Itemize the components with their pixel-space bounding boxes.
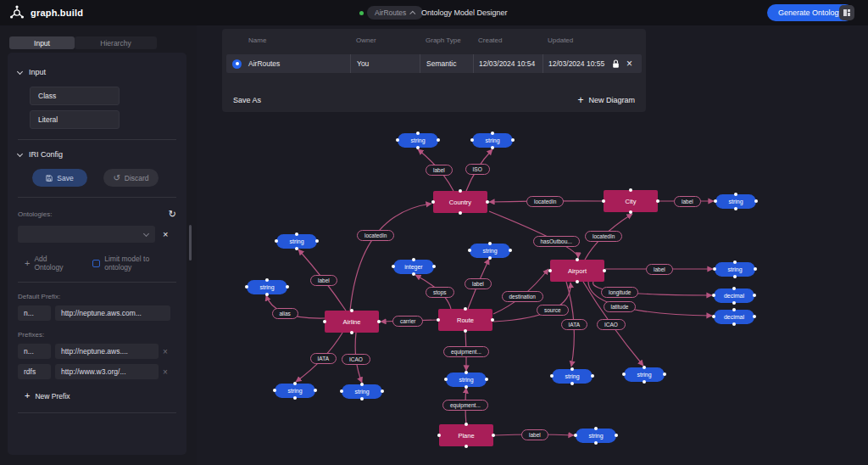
literal-node-string[interactable]: string bbox=[275, 384, 315, 398]
connection-handle[interactable] bbox=[273, 389, 276, 392]
connection-handle[interactable] bbox=[643, 380, 646, 384]
connection-handle[interactable] bbox=[350, 331, 353, 334]
connection-handle[interactable] bbox=[360, 397, 364, 401]
connection-handle[interactable] bbox=[265, 278, 269, 282]
connection-handle[interactable] bbox=[437, 318, 440, 322]
literal-node-string[interactable]: string bbox=[446, 373, 487, 387]
connection-handle[interactable] bbox=[381, 389, 384, 393]
connection-handle[interactable] bbox=[323, 320, 326, 323]
prefix-uri-input[interactable]: http://www.w3.org/... bbox=[55, 364, 159, 379]
connection-handle[interactable] bbox=[464, 307, 467, 311]
edge-label[interactable]: label bbox=[310, 275, 337, 286]
discard-button[interactable]: ↺ Discard bbox=[103, 169, 159, 187]
literal-node-string[interactable]: string bbox=[576, 429, 616, 443]
connection-handle[interactable] bbox=[511, 138, 515, 142]
literal-node-integer[interactable]: integer bbox=[393, 260, 434, 274]
connection-handle[interactable] bbox=[286, 285, 289, 289]
remove-prefix-icon[interactable]: × bbox=[163, 347, 168, 356]
edge-label[interactable]: source bbox=[537, 305, 569, 316]
edge-label[interactable]: label bbox=[426, 165, 453, 176]
edge-label[interactable]: ICAO bbox=[597, 319, 626, 330]
connection-handle[interactable] bbox=[245, 285, 248, 289]
connection-handle[interactable] bbox=[293, 382, 297, 385]
class-node-route[interactable]: Route bbox=[438, 309, 492, 331]
connection-handle[interactable] bbox=[392, 265, 395, 268]
literal-node-string[interactable]: string bbox=[552, 369, 593, 384]
connection-handle[interactable] bbox=[459, 211, 462, 215]
connection-handle[interactable] bbox=[488, 256, 492, 260]
literal-node-string[interactable]: string bbox=[247, 280, 287, 294]
connection-handle[interactable] bbox=[295, 232, 298, 236]
connection-handle[interactable] bbox=[594, 427, 598, 430]
connection-handle[interactable] bbox=[576, 280, 579, 283]
close-diagram-icon[interactable]: × bbox=[626, 59, 632, 69]
connection-handle[interactable] bbox=[416, 132, 420, 135]
connection-handle[interactable] bbox=[570, 382, 574, 385]
prefix-input[interactable]: n... bbox=[18, 344, 51, 359]
connection-handle[interactable] bbox=[491, 318, 494, 322]
class-node-plane[interactable]: Plane bbox=[439, 424, 493, 446]
connection-handle[interactable] bbox=[432, 265, 436, 268]
connection-handle[interactable] bbox=[431, 200, 435, 204]
literal-node-decimal[interactable]: decimal bbox=[714, 289, 754, 303]
connection-handle[interactable] bbox=[465, 371, 468, 374]
ontology-dropdown[interactable] bbox=[18, 226, 155, 243]
connection-handle[interactable] bbox=[470, 138, 474, 142]
connection-handle[interactable] bbox=[360, 383, 364, 386]
connection-handle[interactable] bbox=[712, 294, 715, 297]
class-node-country[interactable]: Country bbox=[433, 191, 487, 213]
connection-handle[interactable] bbox=[265, 293, 269, 296]
connection-handle[interactable] bbox=[293, 396, 297, 400]
connection-handle[interactable] bbox=[712, 315, 715, 318]
literal-node-string[interactable]: string bbox=[624, 367, 665, 382]
sidebar-scrollbar[interactable] bbox=[189, 225, 192, 261]
connection-handle[interactable] bbox=[315, 239, 319, 243]
connection-handle[interactable] bbox=[754, 199, 758, 203]
connection-handle[interactable] bbox=[622, 373, 626, 376]
default-prefix-uri-input[interactable]: http://neptune.aws.com... bbox=[55, 305, 170, 321]
tab-hierarchy[interactable]: Hierarchy bbox=[75, 36, 157, 49]
connection-handle[interactable] bbox=[594, 441, 598, 445]
connection-handle[interactable] bbox=[656, 199, 659, 203]
edge-label[interactable]: IATA bbox=[310, 353, 337, 364]
connection-handle[interactable] bbox=[602, 199, 605, 203]
connection-handle[interactable] bbox=[416, 146, 420, 149]
literal-node-template[interactable]: Literal bbox=[30, 110, 120, 129]
add-ontology-button[interactable]: Add Ontology bbox=[34, 255, 76, 272]
connection-handle[interactable] bbox=[465, 445, 468, 448]
edge-label[interactable]: longitude bbox=[601, 287, 638, 298]
literal-node-string[interactable]: string bbox=[715, 262, 755, 277]
connection-handle[interactable] bbox=[570, 367, 574, 371]
connection-handle[interactable] bbox=[485, 378, 488, 381]
limit-model-checkbox[interactable] bbox=[92, 260, 100, 267]
project-selector[interactable]: AirRoutes bbox=[367, 6, 423, 20]
connection-handle[interactable] bbox=[629, 188, 632, 192]
table-row[interactable]: AirRoutes You Semantic 12/03/2024 10:54 … bbox=[226, 54, 642, 73]
edge-label[interactable]: hasOutbou... bbox=[533, 236, 580, 247]
edge-label[interactable]: IATA bbox=[561, 319, 587, 330]
connection-handle[interactable] bbox=[734, 207, 737, 210]
refresh-icon[interactable]: ↻ bbox=[169, 210, 176, 219]
clear-ontology-icon[interactable]: × bbox=[163, 230, 168, 239]
connection-handle[interactable] bbox=[396, 138, 399, 142]
connection-handle[interactable] bbox=[340, 389, 343, 393]
edge-label[interactable]: carrier bbox=[392, 316, 423, 327]
literal-node-decimal[interactable]: decimal bbox=[714, 310, 754, 324]
literal-node-string[interactable]: string bbox=[342, 384, 382, 399]
connection-handle[interactable] bbox=[444, 378, 448, 381]
literal-node-string[interactable]: string bbox=[276, 234, 317, 249]
edge-label[interactable]: destination bbox=[502, 291, 543, 302]
connection-handle[interactable] bbox=[295, 247, 298, 250]
connection-handle[interactable] bbox=[437, 434, 441, 437]
connection-handle[interactable] bbox=[464, 329, 467, 333]
remove-prefix-icon[interactable]: × bbox=[163, 367, 168, 377]
connection-handle[interactable] bbox=[732, 322, 736, 326]
connection-handle[interactable] bbox=[753, 294, 756, 297]
connection-handle[interactable] bbox=[753, 315, 756, 318]
edge-label[interactable]: label bbox=[674, 196, 701, 207]
prefix-uri-input[interactable]: http://neptune.aws.... bbox=[55, 344, 159, 359]
new-diagram-button[interactable]: + New Diagram bbox=[577, 95, 635, 105]
connection-handle[interactable] bbox=[643, 366, 646, 369]
connection-handle[interactable] bbox=[550, 374, 554, 378]
edge-label[interactable]: label bbox=[465, 278, 492, 289]
